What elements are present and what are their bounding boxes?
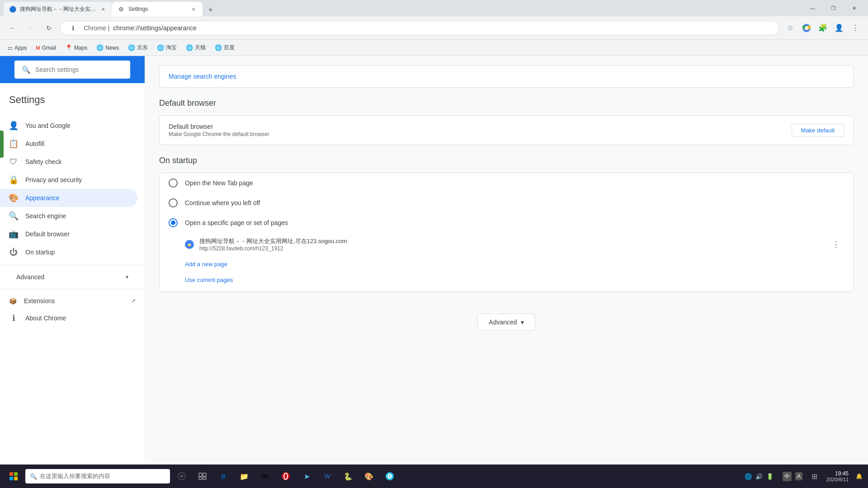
sidebar-item-safety-check-label: Safety check bbox=[25, 158, 61, 165]
tab2-close-icon[interactable]: ✕ bbox=[190, 5, 197, 13]
content-area: Manage search engines Default browser De… bbox=[145, 56, 868, 465]
default-browser-subtitle: Make Google Chrome the default browser bbox=[169, 131, 792, 137]
add-new-page-button[interactable]: Add a new page bbox=[160, 256, 853, 272]
notification-grid-icon[interactable]: ⊞ bbox=[811, 472, 817, 481]
back-button[interactable]: ← bbox=[5, 21, 20, 35]
bookmark-tianmao-label: 天猫 bbox=[195, 44, 206, 52]
you-google-icon: 👤 bbox=[9, 121, 18, 130]
task-icon-search[interactable] bbox=[172, 466, 192, 486]
system-clock[interactable]: 19:45 2020/8/11 bbox=[823, 470, 852, 482]
advanced-bottom-button[interactable]: Advanced ▾ bbox=[477, 314, 535, 331]
task-icon-word[interactable]: W bbox=[317, 466, 337, 486]
task-icon-arrow[interactable]: ➤ bbox=[297, 466, 316, 486]
baidu-icon: 🌐 bbox=[215, 44, 222, 51]
radio-option-new-tab[interactable]: Open the New Tab page bbox=[160, 173, 853, 193]
task-icon-opera[interactable] bbox=[276, 466, 296, 486]
sidebar-item-appearance[interactable]: 🎨 Appearance bbox=[0, 189, 137, 207]
autofill-icon: 📋 bbox=[9, 139, 18, 148]
bookmark-tianmao[interactable]: 🌐 天猫 bbox=[182, 42, 209, 53]
taskbar-search-icon: 🔍 bbox=[30, 473, 37, 480]
sidebar-item-on-startup[interactable]: ⏻ On startup bbox=[0, 243, 137, 261]
svg-point-10 bbox=[180, 475, 183, 478]
tray-battery-icon[interactable]: 🔋 bbox=[766, 473, 774, 480]
radio-label-specific-pages: Open a specific page or set of pages bbox=[185, 219, 288, 226]
sidebar-item-extensions[interactable]: 📦 Extensions ↗ bbox=[0, 293, 145, 309]
url-scheme: Chrome | bbox=[84, 24, 109, 32]
toolbar-icons: ☆ 🧩 👤 ⋮ bbox=[783, 21, 863, 35]
close-button[interactable]: ✕ bbox=[844, 0, 864, 16]
tab-strip: 🔵 搜狗网址导航－－网址大全实用... ✕ ⚙ Settings ✕ + bbox=[4, 0, 802, 16]
notification-area[interactable]: 🔔 bbox=[854, 473, 864, 479]
task-icon-paint3d[interactable] bbox=[380, 466, 400, 486]
input-lang-label[interactable]: 中 bbox=[783, 472, 792, 481]
maximize-button[interactable]: ❐ bbox=[823, 0, 844, 16]
bookmark-taobao[interactable]: 🌐 淘宝 bbox=[153, 42, 180, 53]
svg-rect-5 bbox=[9, 472, 13, 476]
startup-page-menu-button[interactable]: ⋮ bbox=[828, 236, 844, 253]
radio-option-specific-pages[interactable]: Open a specific page or set of pages bbox=[160, 213, 853, 233]
chrome-icon[interactable] bbox=[799, 21, 814, 35]
radio-circle-continue bbox=[169, 198, 178, 207]
tab1-close-icon[interactable]: ✕ bbox=[99, 5, 107, 13]
task-icon-explorer[interactable]: 📁 bbox=[234, 466, 254, 486]
settings-title: Settings bbox=[0, 87, 145, 113]
sidebar-item-autofill[interactable]: 📋 Autofill bbox=[0, 135, 137, 153]
left-sidebar-bar bbox=[0, 131, 4, 158]
input-mode-label[interactable]: A bbox=[795, 472, 802, 480]
search-box[interactable]: 🔍 bbox=[14, 61, 130, 79]
bookmark-gmail[interactable]: M Gmail bbox=[32, 43, 60, 53]
task-icon-task-view[interactable] bbox=[193, 466, 212, 486]
task-icon-ie[interactable]: e bbox=[213, 466, 233, 486]
task-icon-store[interactable]: 🛍 bbox=[255, 466, 275, 486]
svg-rect-14 bbox=[203, 477, 206, 479]
menu-icon[interactable]: ⋮ bbox=[848, 21, 863, 35]
minimize-button[interactable]: — bbox=[802, 0, 823, 16]
start-button[interactable] bbox=[4, 466, 24, 486]
sidebar-item-privacy-security[interactable]: 🔒 Privacy and security bbox=[0, 171, 137, 189]
make-default-button[interactable]: Make default bbox=[792, 124, 844, 137]
bookmark-maps[interactable]: 📍 Maps bbox=[61, 42, 91, 53]
default-browser-section-title: Default browser bbox=[159, 99, 854, 108]
bookmark-jd[interactable]: 🌐 京东 bbox=[124, 42, 151, 53]
tab-2[interactable]: ⚙ Settings ✕ bbox=[112, 2, 203, 16]
manage-search-engines-card[interactable]: Manage search engines bbox=[159, 65, 854, 88]
url-bar[interactable]: ℹ Chrome | chrome://settings/appearance bbox=[60, 21, 779, 35]
sidebar-item-search-engine-label: Search engine bbox=[25, 212, 66, 220]
safety-check-icon: 🛡 bbox=[9, 157, 18, 166]
tray-network-icon[interactable]: 🌐 bbox=[745, 473, 752, 480]
forward-button[interactable]: → bbox=[24, 21, 38, 35]
bookmark-apps[interactable]: ⚏ Apps bbox=[4, 42, 30, 53]
tray-volume-icon[interactable]: 🔊 bbox=[755, 473, 763, 480]
sidebar-item-safety-check[interactable]: 🛡 Safety check bbox=[0, 153, 137, 171]
new-tab-button[interactable]: + bbox=[204, 4, 217, 16]
news-icon: 🌐 bbox=[96, 44, 104, 51]
search-input[interactable] bbox=[35, 66, 123, 73]
sidebar-item-advanced[interactable]: Advanced ▾ bbox=[0, 269, 137, 285]
window-controls: — ❐ ✕ bbox=[802, 0, 864, 16]
bookmark-icon[interactable]: ☆ bbox=[783, 21, 797, 35]
clock-date: 2020/8/11 bbox=[826, 477, 849, 482]
extensions-icon[interactable]: 🧩 bbox=[816, 21, 830, 35]
task-icon-painter[interactable]: 🎨 bbox=[359, 466, 379, 486]
bookmarks-bar: ⚏ Apps M Gmail 📍 Maps 🌐 News 🌐 京东 🌐 淘宝 🌐… bbox=[0, 40, 868, 56]
input-method-tray: 中 A bbox=[779, 472, 806, 481]
sidebar-item-default-browser[interactable]: 📺 Default browser bbox=[0, 225, 137, 243]
use-current-pages-button[interactable]: Use current pages bbox=[160, 272, 853, 288]
bookmark-news[interactable]: 🌐 News bbox=[93, 42, 123, 53]
bookmark-baidu[interactable]: 🌐 百度 bbox=[211, 42, 238, 53]
sidebar-item-about-chrome[interactable]: ℹ About Chrome bbox=[0, 309, 137, 327]
sidebar-item-you-google[interactable]: 👤 You and Google bbox=[0, 117, 137, 135]
radio-option-continue[interactable]: Continue where you left off bbox=[160, 193, 853, 213]
taskbar-search[interactable]: 🔍 在这里输入你要搜索的内容 bbox=[25, 469, 170, 483]
svg-point-2 bbox=[805, 26, 808, 29]
tab1-title: 搜狗网址导航－－网址大全实用... bbox=[20, 5, 96, 13]
sidebar-item-search-engine[interactable]: 🔍 Search engine bbox=[0, 207, 137, 225]
main-content: 🔍 Settings 👤 You and Google 📋 Autofill bbox=[0, 56, 868, 465]
sidebar-item-about-chrome-label: About Chrome bbox=[25, 314, 66, 322]
task-icon-pycharm[interactable]: 🐍 bbox=[338, 466, 358, 486]
profile-icon[interactable]: 👤 bbox=[832, 21, 846, 35]
clock-time: 19:45 bbox=[826, 470, 849, 477]
tab2-title: Settings bbox=[128, 6, 186, 12]
tab-1[interactable]: 🔵 搜狗网址导航－－网址大全实用... ✕ bbox=[4, 2, 112, 16]
reload-button[interactable]: ↻ bbox=[42, 21, 56, 35]
